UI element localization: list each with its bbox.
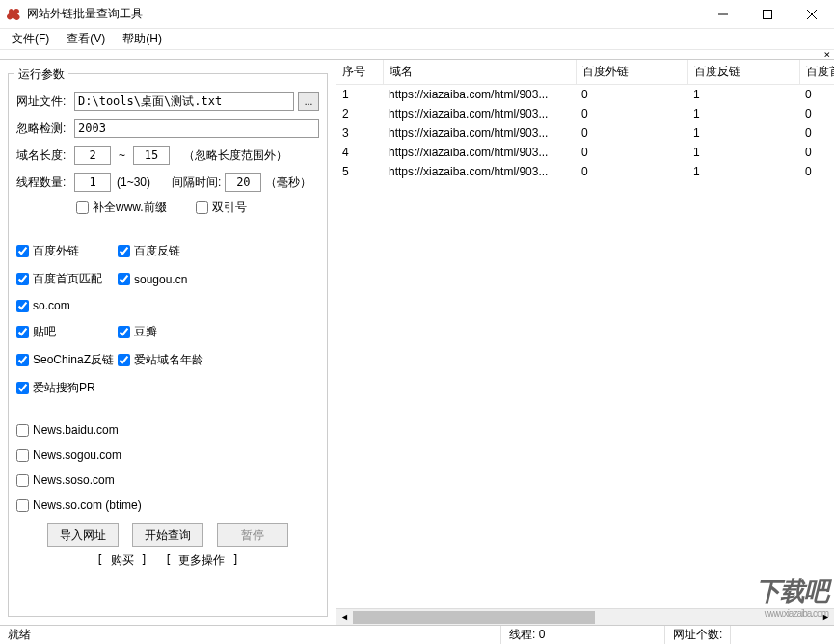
link-buttons: [ 购买 ] [ 更多操作 ]: [16, 552, 319, 569]
chk-quote[interactable]: [196, 201, 208, 214]
engine-checkbox-label-10[interactable]: 爱站搜狗PR: [33, 380, 95, 396]
col-header-1[interactable]: 域名: [383, 60, 576, 85]
col-header-2[interactable]: 百度外链: [576, 60, 687, 85]
engine-checkbox-label-3[interactable]: sougou.cn: [134, 273, 187, 286]
results-table[interactable]: 序号域名百度外链百度反链百度首 1https://xiazaiba.com/ht…: [336, 60, 834, 608]
table-row[interactable]: 1https://xiazaiba.com/html/903...010: [336, 85, 834, 105]
engine-checkbox-8[interactable]: [16, 354, 29, 366]
app-icon: [6, 7, 21, 22]
row-url-file: 网址文件: ...: [16, 92, 319, 111]
cell-domain: https://xiazaiba.com/html/903...: [383, 104, 576, 123]
cell-seq: 2: [336, 104, 383, 123]
cell-c2: 1: [687, 143, 799, 162]
engine-checkbox-label-8[interactable]: SeoChinaZ反链: [33, 352, 114, 368]
import-button[interactable]: 导入网址: [47, 523, 119, 547]
engine-checkbox-3[interactable]: [118, 273, 130, 285]
buy-link[interactable]: [ 购买 ]: [96, 552, 148, 569]
domain-len-max[interactable]: [133, 146, 170, 165]
domain-len-min[interactable]: [74, 146, 111, 165]
status-bar: 就绪 线程: 0 网址个数:: [0, 625, 834, 644]
chk-www-prefix[interactable]: [76, 201, 89, 214]
row-ignore: 忽略检测:: [16, 119, 319, 138]
domain-len-sep: ~: [115, 148, 129, 162]
maximize-button[interactable]: [745, 0, 790, 29]
news-checks: News.baidu.comNews.sogou.comNews.soso.co…: [16, 423, 319, 523]
scroll-thumb[interactable]: [353, 611, 595, 624]
cell-c1: 0: [576, 143, 687, 162]
interval-input[interactable]: [225, 173, 261, 192]
engine-check-10: 爱站搜狗PR: [16, 380, 118, 396]
engine-checkbox-label-0[interactable]: 百度外链: [33, 243, 79, 259]
news-checkbox-label-2[interactable]: News.soso.com: [33, 473, 115, 487]
cell-c3: 0: [799, 123, 834, 143]
pause-button[interactable]: 暂停: [217, 523, 288, 547]
url-file-input[interactable]: [74, 92, 294, 111]
engine-checkbox-label-6[interactable]: 贴吧: [33, 324, 56, 340]
col-header-0[interactable]: 序号: [336, 60, 383, 85]
menu-help[interactable]: 帮助(H): [115, 29, 170, 49]
table-row[interactable]: 4https://xiazaiba.com/html/903...010: [336, 143, 834, 162]
cell-domain: https://xiazaiba.com/html/903...: [383, 123, 576, 143]
engine-checkbox-10[interactable]: [16, 382, 29, 394]
thread-input[interactable]: [74, 173, 111, 192]
cell-c1: 0: [576, 85, 687, 105]
news-checkbox-0[interactable]: [16, 424, 29, 437]
engine-checkbox-label-1[interactable]: 百度反链: [134, 243, 180, 259]
more-link[interactable]: [ 更多操作 ]: [165, 552, 239, 569]
close-button[interactable]: [790, 0, 834, 29]
thread-label: 线程数量:: [16, 174, 70, 191]
scroll-right-icon[interactable]: ►: [818, 609, 834, 626]
engine-checkbox-6[interactable]: [16, 326, 29, 338]
thread-hint: (1~30): [117, 175, 150, 189]
col-header-3[interactable]: 百度反链: [687, 60, 799, 85]
table-row[interactable]: 5https://xiazaiba.com/html/903...010: [336, 162, 834, 181]
engine-checkbox-label-2[interactable]: 百度首页匹配: [33, 271, 102, 287]
engine-checkbox-4[interactable]: [16, 300, 29, 312]
news-checkbox-label-1[interactable]: News.sogou.com: [33, 448, 121, 462]
chk-www-label[interactable]: 补全www.前缀: [93, 200, 167, 216]
table-row[interactable]: 3https://xiazaiba.com/html/903...010: [336, 123, 834, 143]
table-row[interactable]: 2https://xiazaiba.com/html/903...010: [336, 104, 834, 123]
cell-c2: 1: [687, 123, 799, 143]
url-file-label: 网址文件:: [16, 94, 70, 110]
engine-checkbox-7[interactable]: [118, 326, 130, 338]
params-group: 运行参数 网址文件: ... 忽略检测: 域名长度: ~ （忽略长度范围外） 线…: [8, 73, 328, 617]
menu-file[interactable]: 文件(F): [4, 29, 57, 49]
browse-button[interactable]: ...: [298, 92, 319, 111]
news-checkbox-2[interactable]: [16, 474, 29, 487]
horizontal-scrollbar[interactable]: ◄ ►: [336, 608, 834, 625]
right-panel: 序号域名百度外链百度反链百度首 1https://xiazaiba.com/ht…: [336, 60, 834, 625]
news-checkbox-label-3[interactable]: News.so.com (btime): [33, 498, 142, 512]
engine-checkbox-0[interactable]: [16, 245, 29, 257]
ignore-label: 忽略检测:: [16, 121, 70, 137]
engine-checkbox-label-9[interactable]: 爱站域名年龄: [134, 352, 203, 368]
engine-checkbox-label-7[interactable]: 豆瓣: [134, 324, 157, 340]
engine-check-9: 爱站域名年龄: [118, 352, 219, 368]
scroll-left-icon[interactable]: ◄: [336, 609, 353, 626]
news-checkbox-label-0[interactable]: News.baidu.com: [33, 423, 119, 437]
main-area: 运行参数 网址文件: ... 忽略检测: 域名长度: ~ （忽略长度范围外） 线…: [0, 60, 834, 625]
engine-check-0: 百度外链: [16, 243, 118, 259]
cell-c1: 0: [576, 162, 687, 181]
menu-view[interactable]: 查看(V): [59, 29, 113, 49]
start-button[interactable]: 开始查询: [132, 523, 203, 547]
engine-check-8: SeoChinaZ反链: [16, 352, 118, 368]
news-check-0: News.baidu.com: [16, 423, 171, 437]
chk-quote-label[interactable]: 双引号: [212, 200, 247, 216]
domain-len-hint: （忽略长度范围外）: [183, 148, 287, 164]
engine-checkbox-9[interactable]: [118, 354, 130, 366]
minimize-button[interactable]: [701, 0, 745, 29]
toolbar-strip: ×: [0, 50, 834, 60]
engine-checkbox-1[interactable]: [118, 245, 130, 257]
engine-check-4: so.com: [16, 299, 118, 312]
news-checkbox-3[interactable]: [16, 499, 29, 512]
ignore-input[interactable]: [74, 119, 319, 138]
col-header-4[interactable]: 百度首: [799, 60, 834, 85]
status-threads: 线程: 0: [501, 626, 665, 644]
cell-seq: 5: [336, 162, 383, 181]
engine-checkbox-label-4[interactable]: so.com: [33, 299, 70, 312]
scroll-track[interactable]: [353, 609, 818, 626]
news-checkbox-1[interactable]: [16, 449, 29, 462]
engine-checkbox-2[interactable]: [16, 273, 29, 285]
engine-checks: 百度外链百度反链百度首页匹配sougou.cnso.com贴吧豆瓣SeoChin…: [16, 243, 319, 408]
